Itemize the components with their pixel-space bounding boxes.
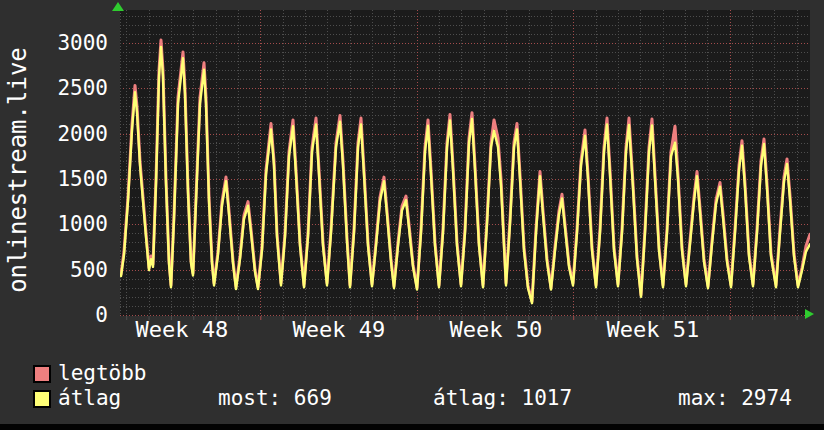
y-tick-label: 0 — [16, 303, 108, 327]
y-tick-label: 1500 — [16, 167, 108, 191]
y-tick-label: 1000 — [16, 212, 108, 236]
avg-series-swatch-icon — [33, 390, 51, 408]
max-series-swatch-icon — [33, 365, 51, 383]
x-week-label: Week 48 — [136, 317, 229, 343]
y-tick-label: 3000 — [16, 31, 108, 55]
bottom-border-bar — [0, 424, 824, 430]
x-week-label: Week 51 — [607, 317, 700, 343]
y-tick-label: 500 — [16, 258, 108, 282]
legend-label-avg: átlag — [58, 386, 121, 411]
x-week-label: Week 50 — [450, 317, 543, 343]
y-axis-arrow-icon — [112, 2, 124, 11]
x-axis-arrow-icon — [805, 309, 814, 319]
legend-label-max: legtöbb — [58, 361, 147, 386]
stat-current: most: 669 — [218, 386, 332, 411]
stat-average: átlag: 1017 — [433, 386, 572, 411]
stat-max: max: 2974 — [678, 386, 792, 411]
graph-stage: onlinestream.live 0500100015002000250030… — [0, 0, 824, 430]
y-tick-label: 2000 — [16, 122, 108, 146]
y-tick-label: 2500 — [16, 76, 108, 100]
x-week-label: Week 49 — [293, 317, 386, 343]
